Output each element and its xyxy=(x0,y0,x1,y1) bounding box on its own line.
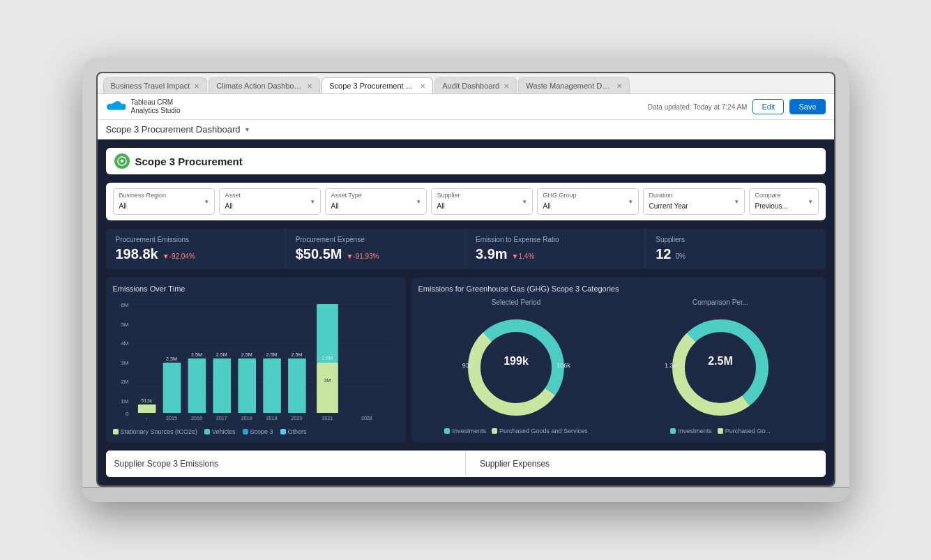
filter-compare[interactable]: Compare Previous... ▾ xyxy=(749,188,819,215)
chart-title: Emissions Over Time xyxy=(113,285,399,293)
tab-label: Scope 3 Procurement Das... xyxy=(329,82,416,90)
legend-item: Vehicles xyxy=(204,428,236,435)
svg-text:3M: 3M xyxy=(324,378,331,384)
chevron-down-icon[interactable]: ▾ xyxy=(245,126,249,133)
chevron-down-icon: ▾ xyxy=(735,198,739,205)
donut-wrapper-comparison: 2.5M 1.3M xyxy=(623,312,819,423)
filters-row: Business Region All ▾ Asset All ▾ xyxy=(106,183,826,220)
supplier-emissions-title: Supplier Scope 3 Emissions xyxy=(114,459,452,469)
kpi-label: Emission to Expense Ratio xyxy=(476,236,635,243)
tab-audit[interactable]: Audit Dashboard ✕ xyxy=(434,77,517,93)
selected-period-title: Selected Period xyxy=(418,298,614,306)
chevron-down-icon: ▾ xyxy=(417,198,421,205)
laptop-screen: Business Travel Impact ✕ Climate Action … xyxy=(96,72,835,487)
selected-period: Selected Period 19 xyxy=(418,298,614,434)
kpi-change: ▼-91.93% xyxy=(346,252,379,260)
kpi-change: ▼-92.04% xyxy=(162,252,195,260)
svg-text:2016: 2016 xyxy=(190,416,202,421)
filter-value: Current Year xyxy=(649,202,688,210)
svg-rect-24 xyxy=(213,358,231,413)
bottom-divider xyxy=(465,451,466,477)
supplier-expenses-panel: Supplier Expenses xyxy=(471,451,826,477)
top-bar: Tableau CRM Analytics Studio Data update… xyxy=(98,94,834,120)
comparison-period: Comparison Per... 2.5M xyxy=(623,298,819,434)
svg-text:2.5M: 2.5M xyxy=(241,352,252,358)
legend-item: Others xyxy=(280,428,307,435)
svg-text:0: 0 xyxy=(125,411,128,417)
filter-asset[interactable]: Asset All ▾ xyxy=(219,188,321,215)
filter-duration[interactable]: Duration Current Year ▾ xyxy=(643,188,745,215)
kpi-label: Procurement Expense xyxy=(296,236,455,243)
svg-text:6M: 6M xyxy=(121,302,129,308)
tab-close-icon[interactable]: ✕ xyxy=(616,82,622,90)
dashboard-title: Scope 3 Procurement Dashboard xyxy=(106,124,241,135)
tab-business-travel[interactable]: Business Travel Impact ✕ xyxy=(103,77,208,93)
filter-value: All xyxy=(331,202,339,210)
svg-rect-27 xyxy=(238,358,256,413)
tab-waste-management[interactable]: Waste Management Dash... ✕ xyxy=(518,77,630,93)
svg-text:1.3M: 1.3M xyxy=(665,362,679,369)
svg-text:93k: 93k xyxy=(462,362,473,369)
tab-close-icon[interactable]: ✕ xyxy=(420,82,425,90)
kpi-suppliers: Suppliers 12 0% xyxy=(646,229,825,269)
filter-business-region[interactable]: Business Region All ▾ xyxy=(113,188,215,215)
tab-close-icon[interactable]: ✕ xyxy=(504,82,509,90)
tab-scope3-procurement[interactable]: Scope 3 Procurement Das... ✕ xyxy=(321,77,433,93)
filter-label: Business Region xyxy=(119,192,167,199)
data-updated-label: Data updated: Today at 7:24 AM xyxy=(648,103,748,111)
salesforce-logo-icon xyxy=(106,100,126,114)
dashboard-title-bar: Scope 3 Procurement Dashboard ▾ xyxy=(98,120,834,139)
scope3-icon xyxy=(114,153,130,169)
tab-climate-action[interactable]: Climate Action Dashboard ✕ xyxy=(209,77,320,93)
dashboard-main: Scope 3 Procurement Business Region All … xyxy=(98,139,834,485)
browser-chrome: Business Travel Impact ✕ Climate Action … xyxy=(98,73,834,94)
svg-rect-36 xyxy=(317,363,338,413)
svg-text:4M: 4M xyxy=(121,340,129,347)
supplier-expenses-title: Supplier Expenses xyxy=(480,459,817,469)
svg-rect-21 xyxy=(188,358,206,413)
comparison-donut-legend: Investments Purchased Go... xyxy=(623,427,819,434)
legend-item: Investments xyxy=(444,427,486,434)
kpi-value: 198.8k xyxy=(116,246,158,262)
svg-text:2.8M: 2.8M xyxy=(321,356,333,361)
svg-text:2019: 2019 xyxy=(266,416,277,421)
tab-close-icon[interactable]: ✕ xyxy=(194,82,199,90)
legend-color xyxy=(243,429,248,434)
kpi-label: Procurement Emissions xyxy=(116,236,275,243)
svg-text:3M: 3M xyxy=(121,360,129,366)
bar-chart-svg: 6M 5M 4M 3M 2M 1M 0 xyxy=(113,298,399,424)
save-button[interactable]: Save xyxy=(789,99,825,114)
tab-label: Audit Dashboard xyxy=(442,82,499,90)
filter-value: All xyxy=(225,202,233,210)
filter-value: All xyxy=(119,202,127,210)
tab-close-icon[interactable]: ✕ xyxy=(307,82,312,90)
legend-item: Purchased Goods and Services xyxy=(492,427,588,434)
filter-label: Supplier xyxy=(437,192,460,199)
edit-button[interactable]: Edit xyxy=(752,99,784,114)
legend-item: Scope 3 xyxy=(243,428,273,435)
chevron-down-icon: ▾ xyxy=(205,198,209,205)
legend-color xyxy=(280,429,286,434)
svg-rect-33 xyxy=(288,358,306,413)
filter-value: All xyxy=(543,202,551,210)
svg-text:5M: 5M xyxy=(121,321,129,328)
chevron-down-icon: ▾ xyxy=(629,198,633,205)
filter-supplier[interactable]: Supplier All ▾ xyxy=(431,188,533,215)
svg-text:1M: 1M xyxy=(121,398,129,404)
chevron-down-icon: ▾ xyxy=(311,198,315,205)
chevron-down-icon: ▾ xyxy=(809,198,812,205)
legend-label: Scope 3 xyxy=(250,428,273,435)
filter-ghg-group[interactable]: GHG Group All ▾ xyxy=(537,188,639,215)
svg-text:2.3M: 2.3M xyxy=(166,356,177,362)
legend-label: Stationary Sources (tCO2e) xyxy=(121,428,198,435)
filter-asset-type[interactable]: Asset Type All ▾ xyxy=(325,188,427,215)
legend-item: Purchased Go... xyxy=(718,427,771,434)
donut-svg: 199k 93k 106k xyxy=(460,312,572,423)
svg-text:2.5M: 2.5M xyxy=(266,352,277,358)
filter-label: GHG Group xyxy=(543,192,577,199)
supplier-emissions-panel: Supplier Scope 3 Emissions xyxy=(106,451,460,477)
tab-label: Business Travel Impact xyxy=(111,82,190,90)
svg-text:199k: 199k xyxy=(504,355,529,367)
svg-rect-15 xyxy=(137,404,156,413)
legend-label: Investments xyxy=(678,427,712,434)
